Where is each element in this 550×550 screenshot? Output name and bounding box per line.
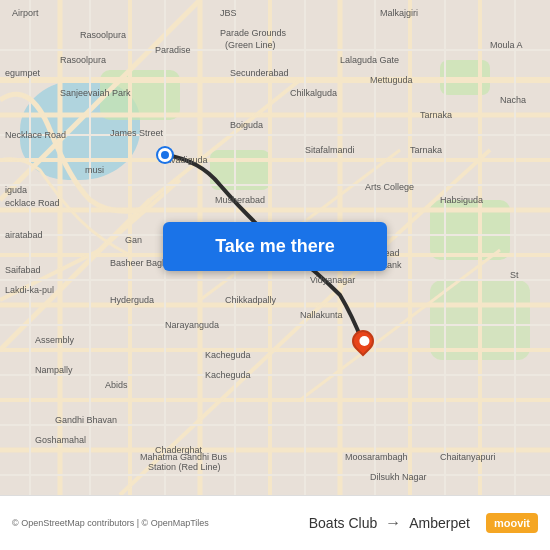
- destination-marker: [352, 330, 376, 360]
- svg-line-23: [0, 250, 100, 300]
- map-attribution: © OpenStreetMap contributors | © OpenMap…: [12, 518, 309, 528]
- route-arrow: →: [385, 514, 401, 532]
- map-container: AirportRasoolpuraParadiseJBSParade Groun…: [0, 0, 550, 495]
- svg-line-18: [150, 80, 300, 200]
- bottom-bar: © OpenStreetMap contributors | © OpenMap…: [0, 495, 550, 550]
- route-info: Boats Club → Amberpet moovit: [309, 513, 538, 533]
- take-me-there-button[interactable]: Take me there: [163, 222, 387, 271]
- svg-line-17: [0, 200, 150, 350]
- route-destination: Amberpet: [409, 515, 470, 531]
- route-origin: Boats Club: [309, 515, 377, 531]
- moovit-logo: moovit: [486, 513, 538, 533]
- origin-marker: [158, 148, 172, 162]
